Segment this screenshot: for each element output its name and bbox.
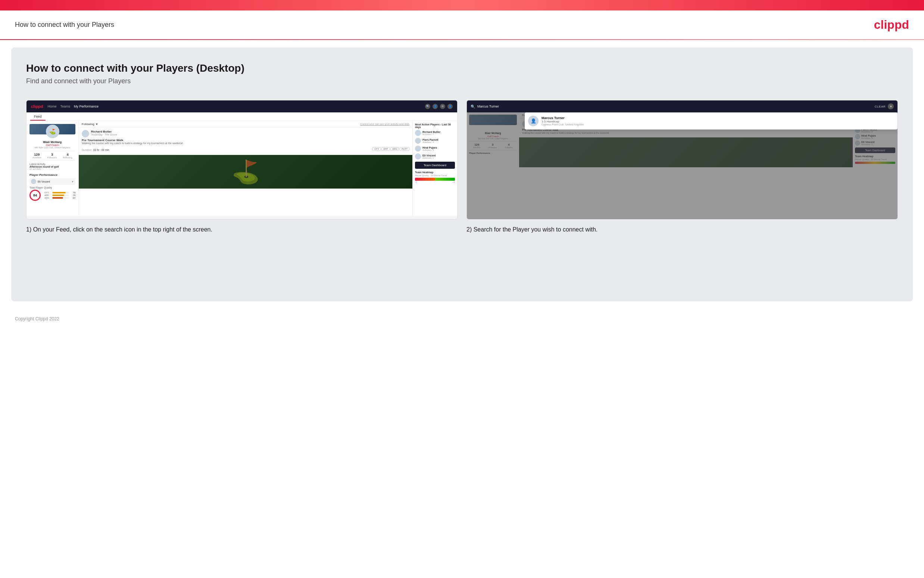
search-icon[interactable]: 🔍 [425, 104, 430, 109]
player-avatar-1 [415, 130, 421, 136]
golfer-icon: ⛳ [232, 159, 260, 185]
search-result-dropdown: 👤 Marcus Turner 1-5 Handicap Cypress Poi… [525, 112, 898, 130]
profile-name-area: Blair McHarg Golf Coach Mill Ride Golf C… [29, 140, 75, 149]
app-num: 70 [70, 194, 75, 196]
step-2-description: 2) Search for the Player you wish to con… [466, 226, 898, 234]
logo-accent: d [901, 18, 909, 31]
profile-stats: 129 Activities 3 Followers 4 Following [29, 151, 75, 161]
player-row-2: Piers Parnell Activities: 4 [415, 138, 455, 144]
settings-icon: ⚙ [440, 104, 445, 109]
app-nav-1: clippd Home Teams My Performance 🔍 👤 ⚙ 👤 [26, 101, 457, 112]
latest-activity-date: 27 Jul 2022 [29, 168, 75, 170]
tag-putt: PUTT [400, 147, 409, 151]
stat-following-num: 4 [63, 153, 73, 156]
golfer-photo: ⛳ [79, 155, 413, 188]
app-bar-bg [52, 195, 69, 196]
search-result-item[interactable]: 👤 Marcus Turner 1-5 Handicap Cypress Poi… [528, 116, 894, 126]
activity-person-avatar [82, 130, 89, 137]
nav-home: Home [47, 104, 57, 108]
app-tag: APP [44, 194, 51, 196]
player-info-4: Eli Vincent Activities: 1 [422, 154, 455, 159]
close-button[interactable]: ✕ [888, 104, 894, 109]
following-button[interactable]: Following ▼ [82, 122, 98, 126]
stat-followers-label: Followers [47, 156, 57, 159]
player-select-name: Eli Vincent [38, 180, 70, 183]
arg-tag: ARG [44, 197, 51, 199]
latest-activity-section: Latest Activity Afternoon round of golf … [29, 163, 75, 170]
heatmap-right [435, 178, 455, 181]
profile-image-area: ⛳ Blair McHarg Golf Coach Mill Ride Golf… [29, 124, 75, 149]
player-row-4: Eli Vincent Activities: 1 [415, 153, 455, 159]
app-left-panel-1: ⛳ Blair McHarg Golf Coach Mill Ride Golf… [26, 121, 79, 216]
app-nav-icons-1: 🔍 👤 ⚙ 👤 [425, 104, 453, 109]
player-avatar-4 [415, 153, 421, 159]
heatmap-range: -5 +5 [415, 181, 455, 183]
player-row-3: Hiral Pujara Activities: 3 [415, 146, 455, 152]
footer: Copyright Clippd 2022 [0, 309, 924, 329]
profile-name: Blair McHarg [29, 140, 75, 144]
ott-row: OTT 79 [44, 192, 75, 194]
duration-val: 02 hr : 00 min [93, 149, 109, 151]
ott-bar-bg [52, 192, 69, 193]
arg-num: 64 [70, 197, 75, 199]
nav-teams: Teams [60, 104, 70, 108]
player-acts-2: Activities: 4 [422, 141, 455, 143]
main-subheading: Find and connect with your Players [26, 77, 898, 85]
profile-role: Golf Coach [29, 144, 75, 146]
search-bar-overlay: 🔍 Marcus Turner CLEAR ✕ [467, 101, 898, 112]
tag-pills: OTT APP ARG PUTT [372, 147, 409, 151]
player-info-2: Piers Parnell Activities: 4 [422, 138, 455, 143]
tag-arg: ARG [390, 147, 399, 151]
search-icon-overlay: 🔍 [471, 104, 475, 109]
activity-person-info: Richard Butler Yesterday · The Grove [91, 130, 117, 136]
heatmap-min: -5 [415, 181, 417, 183]
step-1-description: 1) On your Feed, click on the search ico… [26, 226, 458, 234]
activity-desc: Walking the course with my coach to buil… [82, 142, 409, 144]
clear-button[interactable]: CLEAR [875, 105, 885, 108]
player-acts-3: Activities: 3 [422, 149, 455, 151]
player-avatar-3 [415, 146, 421, 152]
player-select-dropdown[interactable]: Eli Vincent ▼ [29, 178, 75, 185]
search-result-info: Marcus Turner 1-5 Handicap Cypress Point… [542, 116, 584, 126]
panel-1: clippd Home Teams My Performance 🔍 👤 ⚙ 👤 [26, 100, 458, 234]
player-row-1: Richard Butler Activities: 7 [415, 130, 455, 136]
control-link[interactable]: Control who can see your activity and da… [360, 123, 409, 125]
header-divider [0, 39, 924, 40]
latest-activity-name: Afternoon round of golf [29, 166, 75, 168]
logo: clippd [874, 18, 909, 32]
search-result-name: Marcus Turner [542, 116, 584, 120]
stat-activities-label: Activities [32, 156, 41, 159]
player-avatar-2 [415, 138, 421, 144]
ott-tag: OTT [44, 192, 51, 194]
activity-meta: Yesterday · The Grove [91, 133, 117, 136]
top-accent-bar [0, 0, 924, 10]
stat-following-label: Following [63, 156, 73, 159]
duration-area: Duration 02 hr : 00 min [82, 146, 109, 153]
ott-bar-fill [52, 192, 66, 193]
player-info-1: Richard Butler Activities: 7 [422, 131, 455, 136]
feed-tab[interactable]: Feed [30, 113, 45, 120]
tag-app: APP [381, 147, 390, 151]
panels-container: clippd Home Teams My Performance 🔍 👤 ⚙ 👤 [26, 100, 898, 234]
profile-cover: ⛳ [29, 124, 75, 135]
ott-num: 79 [70, 192, 75, 194]
search-result-handicap: 1-5 Handicap [542, 120, 584, 123]
profile-icon: 👤 [447, 104, 453, 109]
search-input-mock[interactable]: Marcus Turner [477, 104, 872, 108]
logo-text: clipp [874, 18, 902, 31]
activity-person-name: Richard Butler [91, 130, 117, 133]
player-performance-section: Player Performance Eli Vincent ▼ Total P… [29, 173, 75, 201]
activity-footer: Duration 02 hr : 00 min OTT APP ARG PUTT [82, 146, 409, 153]
stat-activities-num: 129 [32, 153, 41, 156]
heatmap-sub: Player Quality · 20 Round Trend [415, 174, 455, 177]
app-bar-fill [52, 195, 64, 196]
activity-header: Richard Butler Yesterday · The Grove [82, 130, 409, 137]
team-dashboard-button[interactable]: Team Dashboard [415, 162, 455, 169]
copyright-text: Copyright Clippd 2022 [15, 316, 59, 321]
stat-followers-num: 3 [47, 153, 57, 156]
search-result-avatar: 👤 [528, 116, 539, 126]
stat-following: 4 Following [63, 153, 73, 159]
activity-card: Richard Butler Yesterday · The Grove Pre… [79, 128, 413, 155]
player-name-1: Richard Butler [422, 131, 455, 133]
heatmap-bar [415, 178, 455, 181]
